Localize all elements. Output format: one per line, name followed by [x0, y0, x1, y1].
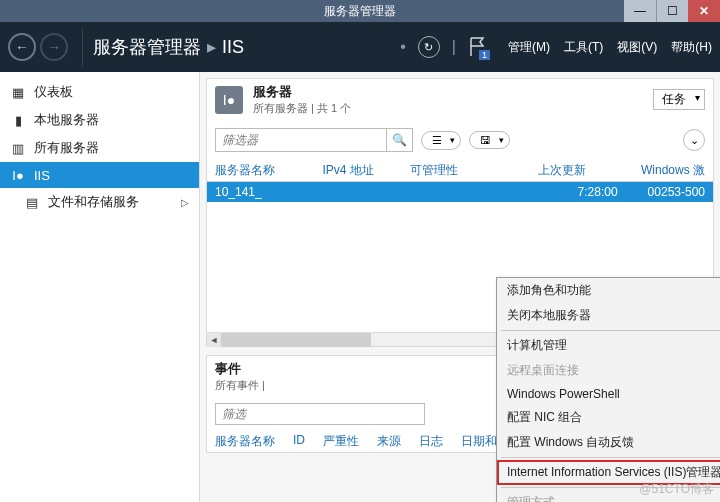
tasks-dropdown[interactable]: 任务 [653, 89, 705, 110]
servers-filter-row: 🔍 ☰ 🖫 ⌄ [207, 120, 713, 160]
col-last-update[interactable]: 上次更新 [538, 162, 621, 179]
cm-shutdown[interactable]: 关闭本地服务器 [497, 303, 720, 328]
close-button[interactable]: ✕ [688, 0, 720, 22]
chevron-right-icon: ▸ [207, 36, 216, 58]
ev-col-log[interactable]: 日志 [419, 433, 443, 450]
dashboard-icon: ▦ [10, 84, 26, 100]
col-manageability[interactable]: 可管理性 [410, 162, 478, 179]
cell-server-name: 10_141_ [215, 185, 305, 199]
iis-icon: I● [10, 167, 26, 183]
menu-manage[interactable]: 管理(M) [508, 39, 550, 56]
main-area: I● 服务器 所有服务器 | 共 1 个 任务 🔍 ☰ 🖫 ⌄ 服务器名称 IP… [200, 72, 720, 502]
search-icon[interactable]: 🔍 [386, 129, 412, 151]
pipe-icon: | [452, 38, 456, 56]
servers-header-titles: 服务器 所有服务器 | 共 1 个 [253, 83, 351, 116]
sidebar-item-dashboard[interactable]: ▦ 仪表板 [0, 78, 199, 106]
scrollbar-thumb[interactable] [221, 333, 371, 347]
servers-title: 服务器 [253, 83, 351, 101]
scroll-left-icon[interactable]: ◄ [207, 333, 221, 347]
breadcrumb: 服务器管理器 ▸ IIS [93, 35, 244, 59]
menu-view[interactable]: 视图(V) [617, 39, 657, 56]
servers-column-header: 服务器名称 IPv4 地址 可管理性 上次更新 Windows 激 [207, 160, 713, 181]
back-button[interactable]: ← [8, 33, 36, 61]
cm-add-roles[interactable]: 添加角色和功能 [497, 278, 720, 303]
refresh-button[interactable]: ↻ [418, 36, 440, 58]
sidebar-item-file-storage[interactable]: ▤ 文件和存储服务 ▷ [0, 188, 199, 216]
servers-icon: ▥ [10, 140, 26, 156]
cm-feedback[interactable]: 配置 Windows 自动反馈 [497, 430, 720, 455]
servers-header: I● 服务器 所有服务器 | 共 1 个 任务 [207, 79, 713, 120]
ev-col-id[interactable]: ID [293, 433, 305, 450]
menu-tools[interactable]: 工具(T) [564, 39, 603, 56]
save-dropdown[interactable]: 🖫 [469, 131, 510, 149]
nav-bar: ← → 服务器管理器 ▸ IIS • ↻ | 1 管理(M) 工具(T) 视图(… [0, 22, 720, 72]
ev-col-name[interactable]: 服务器名称 [215, 433, 275, 450]
cm-powershell[interactable]: Windows PowerShell [497, 383, 720, 405]
context-menu: 添加角色和功能 关闭本地服务器 计算机管理 远程桌面连接 Windows Pow… [496, 277, 720, 502]
breadcrumb-root[interactable]: 服务器管理器 [93, 35, 201, 59]
nav-separator [82, 28, 83, 66]
notification-count: 1 [479, 50, 490, 60]
chevron-right-icon: ▷ [181, 197, 189, 208]
ev-col-source[interactable]: 来源 [377, 433, 401, 450]
col-ipv4[interactable]: IPv4 地址 [322, 162, 390, 179]
nav-right: • ↻ | 1 管理(M) 工具(T) 视图(V) 帮助(H) [400, 36, 712, 58]
cell-activation: 00253-500 [648, 185, 705, 199]
events-title: 事件 [215, 360, 265, 378]
cm-separator [501, 457, 720, 458]
sidebar: ▦ 仪表板 ▮ 本地服务器 ▥ 所有服务器 I● IIS ▤ 文件和存储服务 ▷ [0, 72, 200, 502]
title-bar: 服务器管理器 — ☐ ✕ [0, 0, 720, 22]
expand-button[interactable]: ⌄ [683, 129, 705, 151]
server-icon: ▮ [10, 112, 26, 128]
sidebar-item-label: 文件和存储服务 [48, 193, 139, 211]
sidebar-item-label: 本地服务器 [34, 111, 99, 129]
window-buttons: — ☐ ✕ [624, 0, 720, 22]
notifications-flag[interactable]: 1 [468, 36, 486, 58]
cm-rdp: 远程桌面连接 [497, 358, 720, 383]
menu-bar: 管理(M) 工具(T) 视图(V) 帮助(H) [508, 39, 712, 56]
ev-col-severity[interactable]: 严重性 [323, 433, 359, 450]
minimize-button[interactable]: — [624, 0, 656, 22]
storage-icon: ▤ [24, 194, 40, 210]
cm-nic[interactable]: 配置 NIC 组合 [497, 405, 720, 430]
col-server-name[interactable]: 服务器名称 [215, 162, 302, 179]
sidebar-item-label: 所有服务器 [34, 139, 99, 157]
sidebar-item-iis[interactable]: I● IIS [0, 162, 199, 188]
servers-subtitle: 所有服务器 | 共 1 个 [253, 101, 351, 116]
watermark: @51CTO博客 [639, 481, 714, 498]
view-dropdown[interactable]: ☰ [421, 131, 461, 150]
cell-time: 7:28:00 [578, 185, 618, 199]
sidebar-item-local-server[interactable]: ▮ 本地服务器 [0, 106, 199, 134]
menu-help[interactable]: 帮助(H) [671, 39, 712, 56]
search-input[interactable] [216, 130, 386, 150]
cm-computer-mgmt[interactable]: 计算机管理 [497, 333, 720, 358]
sidebar-item-all-servers[interactable]: ▥ 所有服务器 [0, 134, 199, 162]
sidebar-item-label: IIS [34, 168, 50, 183]
search-box: 🔍 [215, 128, 413, 152]
forward-button[interactable]: → [40, 33, 68, 61]
events-subtitle: 所有事件 | [215, 378, 265, 393]
bullet-icon: • [400, 38, 406, 56]
sidebar-item-label: 仪表板 [34, 83, 73, 101]
window-title: 服务器管理器 [0, 3, 720, 20]
maximize-button[interactable]: ☐ [656, 0, 688, 22]
events-header-titles: 事件 所有事件 | [215, 360, 265, 393]
events-search-input[interactable] [216, 404, 386, 424]
servers-header-icon: I● [215, 86, 243, 114]
events-search-box [215, 403, 425, 425]
server-row[interactable]: 10_141_ 7:28:00 00253-500 [207, 181, 713, 202]
cm-separator [501, 330, 720, 331]
breadcrumb-page[interactable]: IIS [222, 37, 244, 58]
workspace: ▦ 仪表板 ▮ 本地服务器 ▥ 所有服务器 I● IIS ▤ 文件和存储服务 ▷… [0, 72, 720, 502]
cell-blank [325, 185, 558, 199]
col-activation[interactable]: Windows 激 [641, 162, 705, 179]
